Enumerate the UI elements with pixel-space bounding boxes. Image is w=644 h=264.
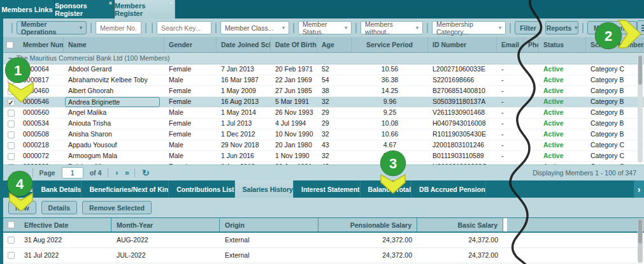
detail-tab-label: Contributions List: [176, 186, 234, 193]
cell-phone: [524, 86, 539, 96]
row-checkbox[interactable]: [8, 77, 15, 84]
cell-scheme-membership: Category B: [586, 86, 644, 96]
member-no-input[interactable]: [96, 21, 141, 34]
col-header-phone[interactable]: Phon...: [524, 37, 539, 52]
grid-menu-button[interactable]: [637, 20, 644, 35]
col-header-origin[interactable]: Origin: [220, 218, 318, 231]
tab-members-register[interactable]: Members Register ×: [115, 0, 175, 18]
row-checkbox[interactable]: [8, 110, 15, 117]
member-status-select[interactable]: Member Status. ▾: [298, 21, 352, 34]
col-header-date-of-birth[interactable]: Date Of Birth: [271, 37, 317, 52]
members-without-select[interactable]: Members without.. ▾: [361, 21, 423, 34]
cell-date-joined: 16 Mar 1987: [217, 75, 271, 85]
col-header-email[interactable]: Email: [497, 37, 524, 52]
cell-gender: Female: [164, 64, 217, 75]
chevron-down-icon: ▾: [345, 25, 347, 31]
detail-tab[interactable]: Details: [3, 180, 33, 198]
first-page-icon[interactable]: «: [8, 166, 19, 179]
salaries-grid-scrollbar[interactable]: [638, 218, 643, 263]
cell-status: Active: [539, 119, 586, 129]
col-header-effective-date[interactable]: Effective Date: [19, 218, 111, 231]
tab-scroll-right-button[interactable]: ›: [634, 180, 644, 198]
row-checkbox[interactable]: [8, 237, 15, 244]
member-row[interactable]: 0000508 Anisha Sharon Female 1 Dec 2012 …: [3, 129, 644, 140]
scrollbar-thumb[interactable]: [638, 55, 642, 85]
row-checkbox[interactable]: [8, 131, 15, 138]
col-header-scheme-membership[interactable]: Scheme Member...: [586, 37, 644, 52]
tab-sponsors-register[interactable]: Sponsors Register ×: [55, 0, 115, 18]
col-header-pensionable-salary[interactable]: Pensionable Salary: [318, 218, 417, 231]
col-header-name[interactable]: Name: [64, 37, 164, 52]
cell-age: 29: [317, 119, 352, 129]
cell-basic-salary: 24,372.00: [417, 233, 503, 247]
member-row[interactable]: 0000817 Abrahamovitz Kelbee Toby Male 16…: [3, 75, 644, 86]
detail-tab-bar: Details Bank Details Beneficiaries/Next …: [0, 180, 644, 198]
col-header-service-period[interactable]: Service Period: [352, 37, 428, 52]
page-number-input[interactable]: 1: [62, 167, 83, 179]
close-icon[interactable]: ×: [109, 1, 112, 6]
salary-row[interactable]: 31 Aug 2022 AUG-2022 External 24,372.00 …: [3, 233, 644, 248]
col-header-gender[interactable]: Gender: [164, 37, 217, 52]
next-page-icon[interactable]: ›: [112, 166, 121, 179]
col-header-status[interactable]: Status: [539, 37, 586, 52]
membership-category-select[interactable]: Membership Category... ▾: [432, 21, 506, 34]
row-checkbox[interactable]: [8, 121, 15, 128]
reports-button[interactable]: Reports ▾: [545, 21, 578, 34]
col-header-id-number[interactable]: ID Number: [428, 37, 497, 52]
detail-tab[interactable]: Balance Total: [361, 180, 412, 198]
salary-row[interactable]: 31 Jul 2022 JUL-2022 External 24,372.00 …: [3, 248, 644, 263]
cell-status: Active: [539, 108, 586, 118]
select-all-checkbox-cell: [3, 37, 18, 52]
member-row[interactable]: 0000072 Armoogum Mala Male 1 Jun 2016 1 …: [3, 151, 644, 162]
last-page-icon[interactable]: »: [122, 166, 131, 179]
member-class-select[interactable]: Member Class... ▾: [220, 21, 289, 34]
page-label: Page: [39, 169, 55, 177]
row-checkbox[interactable]: [8, 88, 15, 95]
member-row[interactable]: 0000460 Albert Ghoorah Female 1 May 2009…: [3, 86, 644, 97]
cell-service-period: 9.25: [352, 108, 428, 118]
member-row[interactable]: 0000546 Andrea Briginette Female 16 Aug …: [3, 97, 644, 108]
detail-tab[interactable]: Contributions List: [169, 180, 234, 198]
col-header-member-number[interactable]: Member Number: [18, 37, 64, 52]
tab-members-links[interactable]: Members Links: [0, 0, 55, 18]
row-checkbox[interactable]: [8, 66, 15, 73]
close-icon[interactable]: ×: [169, 1, 173, 6]
member-row[interactable]: 0000534 Aniouta Trisha Female 1 Jul 2013…: [3, 119, 644, 129]
member-row[interactable]: 0000064 Abdool Gerard Female 7 Jan 2013 …: [3, 64, 644, 75]
select-all-checkbox[interactable]: [6, 41, 13, 48]
row-checkbox[interactable]: [8, 153, 15, 160]
detail-tab[interactable]: DB Accrued Pension: [411, 180, 485, 198]
col-header-month-year[interactable]: Month-Year: [111, 218, 220, 231]
members-grid-scrollbar[interactable]: [638, 54, 643, 163]
search-key-input[interactable]: [157, 21, 211, 34]
detail-tab[interactable]: Bank Details: [33, 180, 82, 198]
collapse-icon[interactable]: −: [8, 53, 12, 64]
members-toolbar: Member Operations ▾ Member Class... ▾ Me…: [3, 18, 644, 37]
refresh-icon[interactable]: ↻: [139, 166, 153, 179]
row-checkbox[interactable]: [8, 99, 15, 106]
new-button[interactable]: New: [8, 201, 36, 214]
row-checkbox[interactable]: [8, 142, 15, 149]
prev-page-icon[interactable]: ‹: [19, 166, 28, 179]
member-row[interactable]: 0000218 Appadu Yousouf Male 29 Nov 2018 …: [3, 140, 644, 151]
col-header-basic-salary[interactable]: Basic Salary: [417, 218, 503, 231]
col-header-date-joined[interactable]: Date Joined Sche...: [217, 37, 271, 52]
remove-selected-button[interactable]: Remove Selected: [82, 201, 152, 214]
detail-tab[interactable]: Interest Statement: [294, 180, 361, 198]
pager-separator: [134, 168, 135, 177]
scrollbar-thumb[interactable]: [638, 219, 642, 244]
cell-date-joined: 1 May 2009: [217, 86, 271, 96]
col-header-age[interactable]: Age: [317, 37, 352, 52]
row-checkbox[interactable]: [8, 252, 15, 259]
member-operations-button[interactable]: Member Operations ▾: [17, 21, 87, 34]
group-row-sponsor[interactable]: − The Mauritius Commercial Bank Ltd (100…: [3, 53, 644, 64]
detail-tab[interactable]: Beneficiaries/Next of Kin: [82, 180, 169, 198]
detail-tab[interactable]: Salaries History: [235, 180, 294, 198]
details-button[interactable]: Details: [41, 201, 77, 214]
cell-id-number: R101190305430E: [428, 129, 497, 140]
select-all-checkbox[interactable]: [8, 221, 15, 228]
filter-button[interactable]: Filter: [515, 21, 541, 34]
pager-separator: [32, 168, 33, 177]
movements-button[interactable]: Movements: [587, 21, 637, 34]
member-row[interactable]: 0000560 Angel Malika Male 1 May 2014 26 …: [3, 108, 644, 119]
